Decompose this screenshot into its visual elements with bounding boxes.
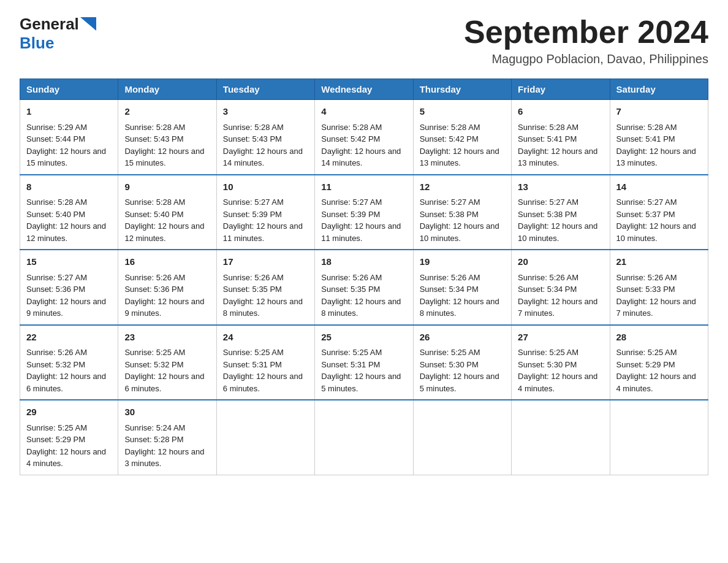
daylight-text: Daylight: 12 hours and 8 minutes.	[321, 297, 401, 318]
sunset-text: Sunset: 5:41 PM	[616, 134, 675, 144]
day-number: 1	[26, 105, 112, 119]
weekday-header-wednesday: Wednesday	[315, 79, 413, 100]
sunrise-text: Sunrise: 5:25 AM	[124, 348, 185, 357]
daylight-text: Daylight: 12 hours and 7 minutes.	[518, 297, 597, 318]
day-number: 11	[321, 180, 406, 194]
calendar-week-row: 22Sunrise: 5:26 AMSunset: 5:32 PMDayligh…	[20, 325, 708, 400]
calendar-cell: 29Sunrise: 5:25 AMSunset: 5:29 PMDayligh…	[20, 400, 118, 475]
calendar-cell: 25Sunrise: 5:25 AMSunset: 5:31 PMDayligh…	[315, 325, 413, 400]
calendar-cell: 5Sunrise: 5:28 AMSunset: 5:42 PMDaylight…	[413, 100, 511, 175]
day-number: 10	[223, 180, 308, 194]
weekday-header-thursday: Thursday	[413, 79, 511, 100]
daylight-text: Daylight: 12 hours and 8 minutes.	[420, 297, 499, 318]
day-number: 12	[420, 180, 505, 194]
day-number: 6	[518, 105, 603, 119]
day-number: 24	[223, 331, 308, 345]
daylight-text: Daylight: 12 hours and 9 minutes.	[26, 297, 106, 318]
calendar-cell: 13Sunrise: 5:27 AMSunset: 5:38 PMDayligh…	[512, 175, 610, 250]
sunset-text: Sunset: 5:42 PM	[420, 134, 479, 144]
day-number: 17	[223, 255, 308, 269]
sunset-text: Sunset: 5:34 PM	[420, 285, 479, 294]
day-number: 18	[321, 255, 406, 269]
day-number: 16	[124, 255, 210, 269]
daylight-text: Daylight: 12 hours and 15 minutes.	[124, 147, 204, 168]
day-number: 8	[26, 180, 112, 194]
sunset-text: Sunset: 5:31 PM	[321, 360, 380, 369]
sunrise-text: Sunrise: 5:26 AM	[124, 273, 185, 282]
calendar-cell: 24Sunrise: 5:25 AMSunset: 5:31 PMDayligh…	[216, 325, 314, 400]
calendar-cell: 27Sunrise: 5:25 AMSunset: 5:30 PMDayligh…	[512, 325, 610, 400]
sunset-text: Sunset: 5:37 PM	[616, 210, 675, 219]
day-number: 5	[420, 105, 505, 119]
daylight-text: Daylight: 12 hours and 12 minutes.	[26, 221, 106, 243]
sunrise-text: Sunrise: 5:29 AM	[26, 123, 87, 132]
calendar-cell: 3Sunrise: 5:28 AMSunset: 5:43 PMDaylight…	[216, 100, 314, 175]
sunrise-text: Sunrise: 5:26 AM	[518, 273, 578, 282]
sunset-text: Sunset: 5:32 PM	[124, 360, 183, 369]
daylight-text: Daylight: 12 hours and 6 minutes.	[223, 372, 303, 393]
weekday-header-tuesday: Tuesday	[216, 79, 314, 100]
sunrise-text: Sunrise: 5:25 AM	[420, 348, 480, 357]
logo-blue-text: Blue	[20, 34, 54, 52]
sunrise-text: Sunrise: 5:27 AM	[26, 273, 87, 282]
sunrise-text: Sunrise: 5:28 AM	[321, 123, 382, 132]
sunrise-text: Sunrise: 5:28 AM	[616, 123, 677, 132]
sunset-text: Sunset: 5:40 PM	[124, 210, 183, 219]
daylight-text: Daylight: 12 hours and 6 minutes.	[26, 372, 106, 393]
sunrise-text: Sunrise: 5:28 AM	[420, 123, 480, 132]
calendar-cell: 22Sunrise: 5:26 AMSunset: 5:32 PMDayligh…	[20, 325, 118, 400]
day-number: 28	[616, 331, 702, 345]
sunrise-text: Sunrise: 5:26 AM	[223, 273, 284, 282]
day-number: 27	[518, 331, 603, 345]
day-number: 21	[616, 255, 702, 269]
calendar-cell	[315, 400, 413, 475]
title-block: September 2024 Magugpo Poblacion, Davao,…	[464, 15, 708, 66]
calendar-cell	[216, 400, 314, 475]
day-number: 15	[26, 255, 112, 269]
sunset-text: Sunset: 5:38 PM	[518, 210, 577, 219]
calendar-week-row: 1Sunrise: 5:29 AMSunset: 5:44 PMDaylight…	[20, 100, 708, 175]
sunrise-text: Sunrise: 5:27 AM	[616, 197, 677, 207]
calendar-week-row: 8Sunrise: 5:28 AMSunset: 5:40 PMDaylight…	[20, 175, 708, 250]
daylight-text: Daylight: 12 hours and 8 minutes.	[223, 297, 303, 318]
sunrise-text: Sunrise: 5:25 AM	[223, 348, 284, 357]
sunset-text: Sunset: 5:32 PM	[26, 360, 85, 369]
calendar-cell: 18Sunrise: 5:26 AMSunset: 5:35 PMDayligh…	[315, 250, 413, 325]
calendar-cell: 4Sunrise: 5:28 AMSunset: 5:42 PMDaylight…	[315, 100, 413, 175]
sunrise-text: Sunrise: 5:27 AM	[518, 197, 578, 207]
weekday-header-saturday: Saturday	[610, 79, 708, 100]
daylight-text: Daylight: 12 hours and 13 minutes.	[616, 147, 696, 168]
sunset-text: Sunset: 5:40 PM	[26, 210, 85, 219]
daylight-text: Daylight: 12 hours and 10 minutes.	[518, 221, 597, 243]
calendar-cell: 14Sunrise: 5:27 AMSunset: 5:37 PMDayligh…	[610, 175, 708, 250]
sunrise-text: Sunrise: 5:25 AM	[321, 348, 382, 357]
sunset-text: Sunset: 5:31 PM	[223, 360, 282, 369]
calendar-cell	[610, 400, 708, 475]
daylight-text: Daylight: 12 hours and 11 minutes.	[321, 221, 401, 243]
page-title: September 2024	[464, 15, 708, 50]
sunset-text: Sunset: 5:38 PM	[420, 210, 479, 219]
daylight-text: Daylight: 12 hours and 7 minutes.	[616, 297, 696, 318]
day-number: 26	[420, 331, 505, 345]
day-number: 29	[26, 405, 112, 419]
sunrise-text: Sunrise: 5:25 AM	[26, 423, 87, 432]
daylight-text: Daylight: 12 hours and 9 minutes.	[124, 297, 204, 318]
daylight-text: Daylight: 12 hours and 4 minutes.	[616, 372, 696, 393]
day-number: 3	[223, 105, 308, 119]
sunset-text: Sunset: 5:34 PM	[518, 285, 577, 294]
calendar-cell: 19Sunrise: 5:26 AMSunset: 5:34 PMDayligh…	[413, 250, 511, 325]
day-number: 2	[124, 105, 210, 119]
daylight-text: Daylight: 12 hours and 4 minutes.	[26, 447, 106, 469]
sunrise-text: Sunrise: 5:26 AM	[616, 273, 677, 282]
sunrise-text: Sunrise: 5:26 AM	[420, 273, 480, 282]
sunset-text: Sunset: 5:41 PM	[518, 134, 577, 144]
calendar-cell: 12Sunrise: 5:27 AMSunset: 5:38 PMDayligh…	[413, 175, 511, 250]
day-number: 20	[518, 255, 603, 269]
daylight-text: Daylight: 12 hours and 4 minutes.	[518, 372, 597, 393]
calendar-cell: 20Sunrise: 5:26 AMSunset: 5:34 PMDayligh…	[512, 250, 610, 325]
sunset-text: Sunset: 5:29 PM	[26, 435, 85, 444]
sunset-text: Sunset: 5:35 PM	[321, 285, 380, 294]
calendar-cell: 1Sunrise: 5:29 AMSunset: 5:44 PMDaylight…	[20, 100, 118, 175]
day-number: 13	[518, 180, 603, 194]
sunrise-text: Sunrise: 5:28 AM	[223, 123, 284, 132]
